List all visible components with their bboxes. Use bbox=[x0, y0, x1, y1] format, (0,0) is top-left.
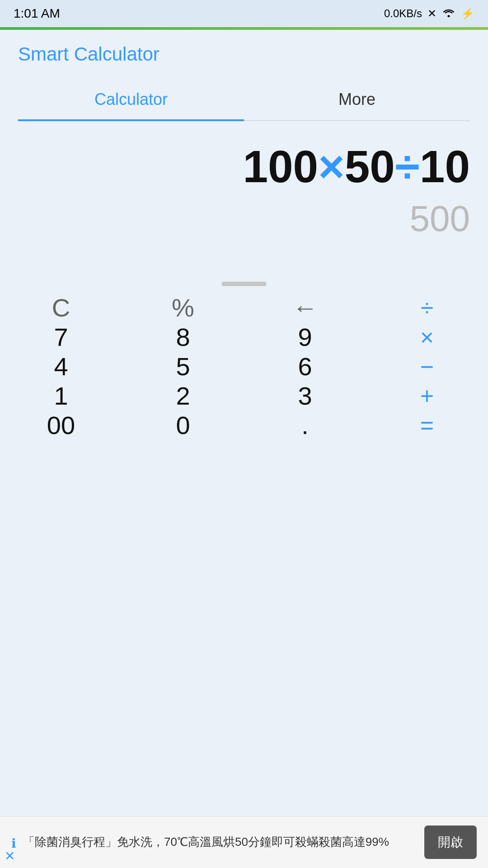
subtract-button[interactable]: − bbox=[366, 352, 488, 381]
result-display: 500 bbox=[18, 198, 470, 240]
network-speed: 0.0KB/s bbox=[384, 7, 422, 20]
wifi-icon bbox=[442, 7, 455, 20]
tab-bar: Calculator More bbox=[18, 79, 470, 121]
clear-button[interactable]: C bbox=[0, 293, 122, 322]
ad-banner: ℹ 「除菌消臭行程」免水洗，70℃高溫風烘50分鐘即可殺蟎殺菌高達99% 開啟 … bbox=[0, 816, 488, 868]
double-zero-button[interactable]: 00 bbox=[0, 410, 122, 440]
keypad-row-1: C % ← ÷ bbox=[0, 293, 488, 322]
decimal-button[interactable]: . bbox=[244, 410, 366, 440]
percent-button[interactable]: % bbox=[122, 293, 244, 322]
eight-button[interactable]: 8 bbox=[122, 322, 244, 352]
drag-handle[interactable] bbox=[0, 275, 488, 293]
three-button[interactable]: 3 bbox=[244, 381, 366, 410]
two-button[interactable]: 2 bbox=[122, 381, 244, 410]
status-icons: 0.0KB/s ✕ ⚡ bbox=[384, 7, 474, 20]
four-button[interactable]: 4 bbox=[0, 352, 122, 381]
status-bar: 1:01 AM 0.0KB/s ✕ ⚡ bbox=[0, 0, 488, 27]
expr-100: 100 bbox=[243, 141, 318, 192]
one-button[interactable]: 1 bbox=[0, 381, 122, 410]
close-icon: ✕ bbox=[427, 7, 436, 20]
app-header: Smart Calculator Calculator More bbox=[0, 30, 488, 121]
six-button[interactable]: 6 bbox=[244, 352, 366, 381]
keypad-row-4: 1 2 3 + bbox=[0, 381, 488, 410]
nine-button[interactable]: 9 bbox=[244, 322, 366, 352]
multiply-button[interactable]: × bbox=[366, 322, 488, 352]
seven-button[interactable]: 7 bbox=[0, 322, 122, 352]
tab-calculator[interactable]: Calculator bbox=[18, 79, 244, 120]
expr-10: 10 bbox=[420, 141, 470, 192]
expr-50: 50 bbox=[345, 141, 395, 192]
expr-divide: ÷ bbox=[395, 141, 420, 192]
status-time: 1:01 AM bbox=[14, 6, 60, 21]
expr-multiply: × bbox=[318, 141, 344, 192]
keypad-row-5: 00 0 . = bbox=[0, 410, 488, 440]
keypad: C % ← ÷ 7 8 9 × 4 5 6 − 1 2 3 + 00 0 . = bbox=[0, 293, 488, 440]
expression-display: 100×50÷10 bbox=[18, 139, 470, 193]
keypad-row-3: 4 5 6 − bbox=[0, 352, 488, 381]
ad-left: ℹ 「除菌消臭行程」免水洗，70℃高溫風烘50分鐘即可殺蟎殺菌高達99% bbox=[11, 834, 424, 851]
display-area: 100×50÷10 500 bbox=[0, 121, 488, 275]
close-icon[interactable]: ✕ bbox=[5, 849, 15, 863]
backspace-button[interactable]: ← bbox=[244, 293, 366, 322]
tab-more[interactable]: More bbox=[244, 79, 470, 120]
divide-button[interactable]: ÷ bbox=[366, 293, 488, 322]
five-button[interactable]: 5 bbox=[122, 352, 244, 381]
equals-button[interactable]: = bbox=[366, 410, 488, 440]
drag-handle-bar bbox=[221, 282, 267, 286]
zero-button[interactable]: 0 bbox=[122, 410, 244, 440]
ad-text: 「除菌消臭行程」免水洗，70℃高溫風烘50分鐘即可殺蟎殺菌高達99% bbox=[23, 834, 424, 850]
keypad-row-2: 7 8 9 × bbox=[0, 322, 488, 352]
battery-icon: ⚡ bbox=[461, 7, 474, 20]
add-button[interactable]: + bbox=[366, 381, 488, 410]
app-title: Smart Calculator bbox=[18, 43, 470, 65]
ad-open-button[interactable]: 開啟 bbox=[424, 826, 477, 859]
